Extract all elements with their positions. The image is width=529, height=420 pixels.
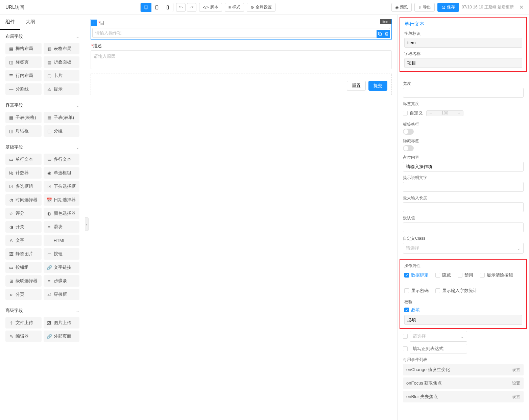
close-icon[interactable]: ✕ xyxy=(519,4,524,10)
component-item[interactable]: 🔗文字链接 xyxy=(44,262,80,273)
save-icon: 🖫 xyxy=(441,5,446,10)
component-icon: ◉ xyxy=(47,170,52,175)
op-checkbox[interactable] xyxy=(404,288,409,293)
global-settings-button[interactable]: ⚙全局设置 xyxy=(247,3,275,12)
hint-input[interactable] xyxy=(403,182,524,192)
component-item[interactable]: 🖼静态图片 xyxy=(5,248,42,260)
component-icon: ☑ xyxy=(47,184,52,189)
item-input[interactable] xyxy=(92,28,390,38)
component-item[interactable]: ✎编辑器 xyxy=(5,331,42,342)
component-item[interactable]: ☆评分 xyxy=(5,208,42,219)
component-item[interactable]: ▤折叠面板 xyxy=(44,56,80,68)
component-item[interactable]: ☑多选框组 xyxy=(5,181,42,192)
component-item[interactable]: A文字 xyxy=(5,235,42,246)
component-item[interactable]: ⇄穿梭框 xyxy=(44,289,80,300)
section-header[interactable]: 容器字段⌄ xyxy=(0,99,85,112)
component-item[interactable]: 🖼图片上传 xyxy=(44,317,80,329)
component-item[interactable]: ▭单行文本 xyxy=(5,154,42,165)
component-item[interactable]: —分割线 xyxy=(5,83,42,95)
op-checkbox[interactable] xyxy=(435,288,440,293)
label-width-stepper[interactable]: − 100 + xyxy=(426,110,463,116)
plus-icon[interactable]: + xyxy=(91,20,97,26)
section-header[interactable]: 高级字段⌄ xyxy=(0,304,85,317)
preview-button[interactable]: ◉预览 xyxy=(391,3,412,12)
validate-select-checkbox[interactable] xyxy=(403,334,408,339)
device-desktop[interactable] xyxy=(141,3,151,12)
submit-button[interactable]: 提交 xyxy=(368,81,387,91)
script-button[interactable]: </>脚本 xyxy=(199,3,222,12)
copy-icon[interactable] xyxy=(377,30,383,38)
validate-select[interactable]: 请选择⌄ xyxy=(410,331,467,342)
component-item[interactable]: ⚠提示 xyxy=(44,83,80,95)
reset-button[interactable]: 重置 xyxy=(347,81,366,91)
section-header[interactable]: 布局字段⌄ xyxy=(0,30,85,43)
component-item[interactable]: ⊞级联选择器 xyxy=(5,275,42,287)
hide-label-toggle[interactable] xyxy=(403,145,414,151)
component-item[interactable]: ‹›分页 xyxy=(5,289,42,300)
event-settings-button[interactable]: 设置 xyxy=(512,367,520,373)
component-item[interactable]: №计数器 xyxy=(5,167,42,179)
regex-input[interactable] xyxy=(410,344,467,353)
component-item[interactable]: ▭多行文本 xyxy=(44,154,80,165)
custom-checkbox[interactable] xyxy=(403,111,408,115)
sidebar-collapse-handle[interactable]: ‹ xyxy=(85,217,89,231)
required-msg-input[interactable] xyxy=(404,315,522,325)
field-name-input[interactable] xyxy=(404,58,522,68)
save-button[interactable]: 🖫保存 xyxy=(437,3,459,12)
chevron-down-icon: ⌄ xyxy=(460,334,464,339)
component-item[interactable]: ▭按钮组 xyxy=(5,262,42,273)
stepper-minus[interactable]: − xyxy=(427,111,435,116)
component-item[interactable]: ◉单选框组 xyxy=(44,167,80,179)
event-settings-button[interactable]: 设置 xyxy=(512,380,520,386)
device-mobile[interactable] xyxy=(162,3,173,12)
component-item[interactable]: ▢分组 xyxy=(44,125,80,137)
component-item[interactable]: ▢卡片 xyxy=(44,70,80,81)
component-item[interactable]: ▦子表(表格) xyxy=(5,112,42,123)
component-item[interactable]: ◐颜色选择器 xyxy=(44,208,80,219)
component-item[interactable]: ⇪文件上传 xyxy=(5,317,42,329)
undo-button[interactable] xyxy=(176,3,186,12)
class-select[interactable]: 请选择⌄ xyxy=(403,243,524,254)
selected-field[interactable]: + *目 item xyxy=(91,19,392,40)
label-wrap-toggle[interactable] xyxy=(403,129,414,135)
component-item[interactable]: ▥表格布局 xyxy=(44,43,80,54)
svg-rect-0 xyxy=(144,6,148,8)
component-item[interactable]: ◔时间选择器 xyxy=(5,194,42,206)
tab-outline[interactable]: 大纲 xyxy=(20,15,41,30)
component-item[interactable]: ◑开关 xyxy=(5,221,42,233)
component-item[interactable]: ≡步骤条 xyxy=(44,275,80,287)
default-input[interactable] xyxy=(403,222,524,232)
stepper-plus[interactable]: + xyxy=(455,111,463,116)
component-item[interactable]: 🔗外部页面 xyxy=(44,331,80,342)
section-header[interactable]: 基础字段⌄ xyxy=(0,141,85,154)
component-item[interactable]: ◫对话框 xyxy=(5,125,42,137)
required-checkbox[interactable]: ✓ xyxy=(404,308,409,312)
device-tablet[interactable] xyxy=(151,3,162,12)
component-item[interactable]: ▦栅格布局 xyxy=(5,43,42,54)
op-checkbox[interactable] xyxy=(458,273,462,278)
field-id-input[interactable] xyxy=(404,38,522,48)
component-item[interactable]: ▤子表(表单) xyxy=(44,112,80,123)
component-item[interactable]: ☑下拉选择框 xyxy=(44,181,80,192)
desc-textarea[interactable] xyxy=(91,50,392,69)
delete-icon[interactable] xyxy=(383,30,390,38)
op-checkbox[interactable] xyxy=(480,273,485,278)
export-button[interactable]: ⇩导出 xyxy=(414,3,435,12)
component-item[interactable]: ☰行内布局 xyxy=(5,70,42,81)
tab-components[interactable]: 组件 xyxy=(0,15,20,30)
component-item[interactable]: ≡滑块 xyxy=(44,221,80,233)
event-settings-button[interactable]: 设置 xyxy=(512,394,520,400)
component-item[interactable]: HTML xyxy=(44,235,80,246)
redo-button[interactable] xyxy=(187,3,196,12)
placeholder-input[interactable] xyxy=(403,162,524,172)
op-checkbox[interactable]: ✓ xyxy=(404,273,409,278)
desc-field[interactable]: *描述 xyxy=(91,42,392,70)
op-checkbox[interactable] xyxy=(435,273,440,278)
maxlen-input[interactable] xyxy=(403,202,524,212)
component-item[interactable]: 📅日期选择器 xyxy=(44,194,80,206)
regex-checkbox[interactable] xyxy=(403,346,408,351)
style-button[interactable]: ≡样式 xyxy=(225,3,244,12)
width-input[interactable] xyxy=(403,88,524,98)
component-item[interactable]: ▭按钮 xyxy=(44,248,80,260)
component-item[interactable]: ◫标签页 xyxy=(5,56,42,68)
